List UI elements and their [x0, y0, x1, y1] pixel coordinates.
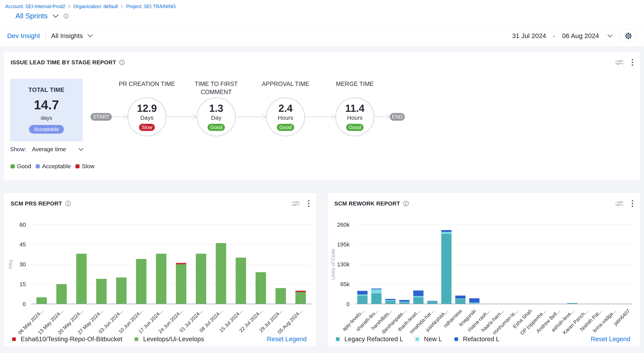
legend-label: Refactored L — [463, 336, 500, 343]
bar-segment[interactable] — [413, 290, 424, 296]
bar-segment[interactable] — [295, 291, 306, 292]
bar-segment[interactable] — [455, 299, 466, 304]
bar-segment[interactable] — [413, 296, 424, 297]
bar-segment[interactable] — [96, 279, 106, 304]
bar-segment[interactable] — [441, 232, 452, 234]
legend-item[interactable]: Slow — [76, 163, 94, 170]
bar-segment[interactable] — [399, 302, 410, 302]
stage-node[interactable]: 11.4HoursGood — [335, 97, 374, 136]
stage-node[interactable]: 2.4HoursGood — [266, 97, 305, 136]
bar-segment[interactable] — [176, 263, 186, 264]
insight-selector[interactable]: All Insights — [51, 32, 92, 40]
bar-segment[interactable] — [136, 259, 146, 304]
y-tick-label: 195k — [337, 241, 350, 248]
legend-item[interactable]: Refactored L — [453, 336, 500, 343]
stage-title: MERGE TIME — [318, 80, 392, 88]
bar-segment[interactable] — [357, 291, 368, 294]
scm-rework-card: SCM REWORK REPORT 065k130k195k260kLines … — [327, 193, 640, 347]
legend-item[interactable]: Esha610/Testing-Repo-Of-Bitbucket — [10, 336, 122, 343]
reset-legend-link[interactable]: Reset Legend — [267, 336, 307, 343]
x-tick-label: nmahida-har... — [408, 308, 435, 335]
info-icon[interactable] — [64, 14, 69, 19]
insight-subbar: Dev Insight All Insights 31 Jul 2024 - 0… — [0, 25, 644, 46]
bar-segment[interactable] — [441, 230, 452, 232]
bar-segment[interactable] — [427, 301, 438, 301]
bar-segment[interactable] — [469, 298, 480, 302]
breadcrumb-link[interactable]: Organization: default — [73, 4, 118, 9]
settings-button[interactable] — [620, 30, 636, 42]
bar-segment[interactable] — [441, 234, 452, 304]
kebab-menu-icon[interactable] — [632, 200, 634, 207]
bar-segment[interactable] — [256, 272, 266, 304]
scm_rework-svg: 065k130k195k260kLines of Codeajay-levelo… — [328, 209, 640, 337]
stage-node[interactable]: 12.9DaysSlow — [127, 97, 166, 136]
legend-item[interactable]: Acceptable — [36, 163, 71, 170]
widget-filters-icon[interactable] — [291, 200, 300, 206]
date-range-selector[interactable]: 31 Jul 2024 - 06 Aug 2024 — [512, 32, 612, 40]
stage-node[interactable]: 1.3DayGood — [196, 97, 236, 136]
bar-segment[interactable] — [357, 296, 368, 304]
insight-title[interactable]: Dev Insight — [7, 32, 40, 40]
bar-segment[interactable] — [76, 254, 87, 304]
stage-unit: Hours — [278, 114, 293, 121]
sprint-selector[interactable]: All Sprints — [16, 12, 644, 20]
bar-segment[interactable] — [427, 302, 438, 302]
y-tick-label: 65k — [340, 281, 350, 287]
bar-segment[interactable] — [176, 264, 186, 304]
legend-label: Slow — [82, 163, 94, 170]
bar-segment[interactable] — [427, 302, 438, 304]
card-actions — [615, 200, 634, 207]
subbar-right: 31 Jul 2024 - 06 Aug 2024 — [512, 30, 636, 42]
chevron-down-icon — [53, 14, 58, 18]
show-selector-row: Show: Average time — [10, 146, 84, 152]
bar-segment[interactable] — [56, 284, 67, 304]
bar-segment[interactable] — [36, 298, 47, 304]
scm-rework-card-title: SCM REWORK REPORT — [334, 200, 400, 207]
bar-segment[interactable] — [196, 254, 206, 304]
widget-filters-icon[interactable] — [615, 200, 624, 206]
bar-segment[interactable] — [469, 302, 480, 304]
legend-item[interactable]: New L — [414, 336, 442, 343]
bar-segment[interactable] — [116, 278, 126, 304]
bar-segment[interactable] — [399, 300, 410, 302]
legend-item[interactable]: Good — [10, 163, 31, 170]
kebab-menu-icon[interactable] — [308, 200, 310, 207]
legend-item[interactable]: Levelops/Ui-Levelops — [133, 336, 204, 343]
legend-checkbox — [453, 336, 460, 342]
legend-item[interactable]: Legacy Refactored L — [334, 336, 403, 343]
bar-segment[interactable] — [156, 254, 166, 304]
stage-value: 1.3 — [209, 103, 223, 114]
breadcrumb-link[interactable]: Account: SEI-Internal-Prod2 — [5, 4, 65, 9]
bar-segment[interactable] — [399, 302, 410, 304]
legend-swatch — [12, 337, 16, 341]
bar-segment[interactable] — [371, 289, 382, 293]
bar-segment[interactable] — [371, 293, 382, 304]
show-label: Show: — [10, 146, 26, 152]
bar-segment[interactable] — [236, 258, 246, 304]
bar-segment[interactable] — [385, 299, 396, 300]
bar-segment[interactable] — [357, 294, 368, 296]
bar-segment[interactable] — [385, 301, 396, 304]
bar-segment[interactable] — [385, 300, 396, 301]
info-icon[interactable] — [65, 201, 71, 206]
reset-legend-link[interactable]: Reset Legend — [591, 336, 630, 343]
legend-checkbox — [334, 336, 341, 342]
legend-swatch — [336, 337, 340, 341]
bar-segment[interactable] — [413, 297, 424, 304]
show-selector[interactable]: Average time — [32, 146, 66, 152]
legend-checkbox — [414, 336, 421, 342]
breadcrumb-link[interactable]: Project: SEI TRAINING — [126, 4, 176, 9]
bar-segment[interactable] — [455, 296, 466, 299]
bar-segment[interactable] — [276, 288, 286, 304]
info-icon[interactable] — [403, 201, 409, 206]
bar-segment[interactable] — [216, 243, 226, 304]
legend-swatch — [134, 337, 138, 341]
chevron-down-icon[interactable] — [78, 148, 84, 151]
bar-segment[interactable] — [295, 292, 306, 304]
date-range-end: 06 Aug 2024 — [562, 32, 599, 40]
bar-segment[interactable] — [371, 288, 382, 289]
bar-segment[interactable] — [455, 298, 466, 299]
scm-prs-chart: 015304560PRs06 May 2024...13 May 2024...… — [4, 209, 316, 338]
dashboard-content: ISSUE LEAD TIME BY STAGE REPORT TOTAL TI… — [0, 46, 644, 347]
sprint-selector-label[interactable]: All Sprints — [16, 12, 48, 20]
